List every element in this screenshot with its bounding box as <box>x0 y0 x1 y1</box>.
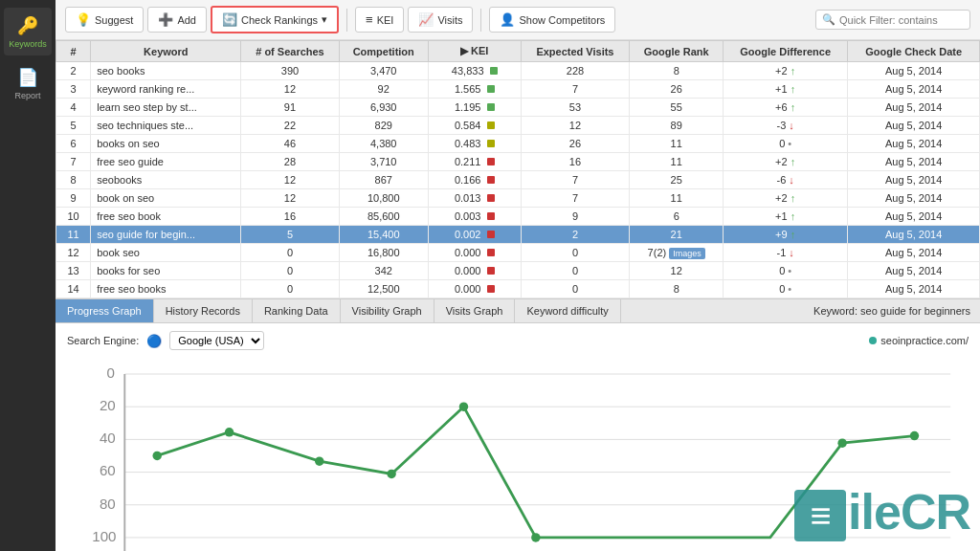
kei-indicator <box>487 158 495 165</box>
table-row[interactable]: 10 free seo book 16 85,600 0.003 9 6 +1 … <box>56 208 980 226</box>
table-row[interactable]: 3 keyword ranking re... 12 92 1.565 7 26… <box>56 80 980 99</box>
legend-label: seoinpractice.com/ <box>880 335 969 346</box>
tab-visibility-graph[interactable]: Visibility Graph <box>341 299 434 322</box>
table-row[interactable]: 7 free seo guide 28 3,710 0.211 16 11 +2… <box>56 153 980 171</box>
google-rank-value: 8 <box>674 283 679 295</box>
row-num: 10 <box>56 208 91 226</box>
tab-visits-graph[interactable]: Visits Graph <box>434 299 516 322</box>
quick-filter-container: 🔍 <box>815 10 970 30</box>
row-google-diff: 0 • <box>724 280 848 298</box>
row-google-rank: 8 <box>630 280 724 298</box>
table-row[interactable]: 4 learn seo step by st... 91 6,930 1.195… <box>56 99 980 117</box>
table-row[interactable]: 12 book seo 0 16,800 0.000 0 7(2) Images… <box>56 244 980 262</box>
show-competitors-icon: 👤 <box>500 12 515 27</box>
toolbar-separator-1 <box>346 9 347 32</box>
row-searches: 12 <box>241 189 339 208</box>
row-visits: 2 <box>521 226 630 244</box>
diff-arrow-up: ↑ <box>791 65 796 77</box>
sidebar-item-keywords-label: Keywords <box>9 39 47 49</box>
tab-keyword-difficulty[interactable]: Keyword difficulty <box>515 299 620 322</box>
kei-indicator <box>487 194 495 202</box>
table-row[interactable]: 14 free seo books 0 12,500 0.000 0 8 0 •… <box>56 280 980 298</box>
row-competition: 15,400 <box>339 226 428 244</box>
table-row[interactable]: 5 seo techniques ste... 22 829 0.584 12 … <box>56 117 980 135</box>
search-input[interactable] <box>839 14 964 26</box>
kei-button[interactable]: ≡ KEI <box>355 7 404 33</box>
row-searches: 0 <box>241 280 339 298</box>
kei-indicator <box>490 67 498 75</box>
add-button[interactable]: ➕ Add <box>147 7 207 33</box>
row-visits: 12 <box>521 117 630 135</box>
report-icon: 📄 <box>17 67 38 88</box>
row-check-date: Aug 5, 2014 <box>848 99 980 117</box>
keywords-table-container: # Keyword # of Searches Competition ▶ KE… <box>56 40 980 298</box>
row-visits: 26 <box>521 135 630 153</box>
table-row[interactable]: 9 book on seo 12 10,800 0.013 7 11 +2 ↑ … <box>56 189 980 208</box>
col-searches: # of Searches <box>241 41 339 62</box>
table-row[interactable]: 8 seobooks 12 867 0.166 7 25 -6 ↓ Aug 5,… <box>56 171 980 189</box>
svg-point-19 <box>387 470 395 478</box>
table-row[interactable]: 11 seo guide for begin... 5 15,400 0.002… <box>56 226 980 244</box>
diff-arrow-up: ↑ <box>791 229 796 240</box>
visits-icon: 📈 <box>418 12 434 27</box>
google-rank-value: 21 <box>671 229 682 240</box>
kei-indicator <box>487 267 495 275</box>
row-searches: 12 <box>241 80 339 99</box>
visits-button[interactable]: 📈 Visits <box>408 7 473 33</box>
col-visits: Expected Visits <box>521 41 630 62</box>
row-check-date: Aug 5, 2014 <box>848 80 980 99</box>
kei-indicator <box>487 121 495 129</box>
suggest-button[interactable]: 💡 Suggest <box>65 7 144 33</box>
row-keyword: free seo books <box>91 280 241 298</box>
svg-point-17 <box>225 428 234 436</box>
sidebar-item-keywords[interactable]: 🔑 Keywords <box>4 8 52 55</box>
row-keyword: books for seo <box>91 262 241 280</box>
svg-text:80: 80 <box>100 495 116 511</box>
row-competition: 4,380 <box>339 135 428 153</box>
kei-indicator <box>487 140 495 147</box>
bottom-tabs: Progress Graph History Records Ranking D… <box>56 298 980 323</box>
row-check-date: Aug 5, 2014 <box>848 208 980 226</box>
add-icon: ➕ <box>158 12 173 27</box>
row-num: 8 <box>56 171 91 189</box>
tab-ranking-data[interactable]: Ranking Data <box>253 299 341 322</box>
row-num: 4 <box>56 99 91 117</box>
svg-point-16 <box>152 452 161 460</box>
google-rank-value: 55 <box>671 101 682 113</box>
show-competitors-label: Show Competitors <box>519 14 605 26</box>
kei-label: KEI <box>377 14 394 26</box>
col-kei: ▶ KEI <box>428 41 521 62</box>
check-rankings-button[interactable]: 🔄 Check Rankings ▾ <box>211 6 339 33</box>
tab-progress-graph[interactable]: Progress Graph <box>56 299 154 322</box>
row-visits: 0 <box>521 262 630 280</box>
diff-arrow-up: ↑ <box>791 210 796 222</box>
kei-indicator <box>487 103 495 111</box>
table-body: 2 seo books 390 3,470 43,833 228 8 +2 ↑ … <box>56 62 980 298</box>
keywords-icon: 🔑 <box>17 15 38 36</box>
row-visits: 7 <box>521 80 630 99</box>
row-searches: 0 <box>241 244 339 262</box>
row-check-date: Aug 5, 2014 <box>848 280 980 298</box>
tab-history-records[interactable]: History Records <box>154 299 253 322</box>
diff-arrow-down: ↓ <box>789 247 794 258</box>
row-searches: 390 <box>241 62 339 80</box>
google-rank-value: 12 <box>671 265 682 276</box>
svg-point-18 <box>315 456 323 465</box>
show-competitors-button[interactable]: 👤 Show Competitors <box>489 7 615 33</box>
row-google-diff: +1 ↑ <box>724 208 848 226</box>
row-searches: 28 <box>241 153 339 171</box>
table-row[interactable]: 6 books on seo 46 4,380 0.483 26 11 0 • … <box>56 135 980 153</box>
sidebar-item-report[interactable]: 📄 Report <box>4 59 52 107</box>
table-header-row: # Keyword # of Searches Competition ▶ KE… <box>56 41 980 62</box>
row-visits: 0 <box>521 244 630 262</box>
check-rankings-dropdown-icon: ▾ <box>322 13 327 26</box>
row-keyword: book seo <box>91 244 241 262</box>
table-row[interactable]: 2 seo books 390 3,470 43,833 228 8 +2 ↑ … <box>56 62 980 80</box>
table-row[interactable]: 13 books for seo 0 342 0.000 0 12 0 • Au… <box>56 262 980 280</box>
row-check-date: Aug 5, 2014 <box>848 117 980 135</box>
google-rank-value: 89 <box>671 120 682 131</box>
search-engine-select[interactable]: Google (USA) <box>169 331 264 350</box>
row-searches: 12 <box>241 171 339 189</box>
kei-indicator <box>487 231 495 238</box>
row-kei: 0.166 <box>428 171 521 189</box>
